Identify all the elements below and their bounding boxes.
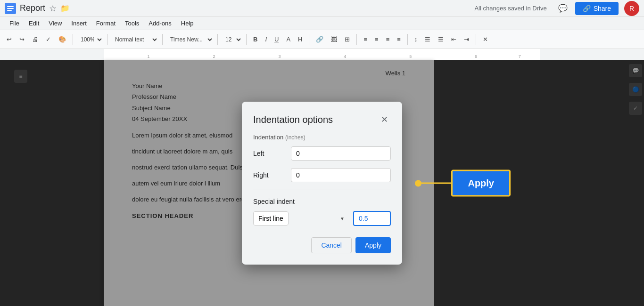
menu-view[interactable]: View [45,19,66,28]
modal-overlay: Indentation options ✕ Indentation (inche… [0,60,644,306]
indentation-modal: Indentation options ✕ Indentation (inche… [242,102,402,265]
main-area: ≡ Wells 1 Your Name Professor Name Subje… [0,60,644,306]
left-indent-input[interactable] [291,146,391,161]
ruler-mark-5: 5 [409,54,412,59]
align-justify-button[interactable]: ≡ [394,34,404,45]
google-docs-icon [5,3,16,14]
redo-button[interactable]: ↪ [17,34,27,45]
menu-tools[interactable]: Tools [121,19,143,28]
menu-addons[interactable]: Add-ons [145,19,175,28]
right-indent-row: Right [253,168,391,182]
align-left-button[interactable]: ≡ [361,34,370,45]
ruler-mark-6: 6 [475,54,477,59]
line-spacing-button[interactable]: ↕ [412,34,421,45]
paint-format-button[interactable]: 🎨 [56,34,69,45]
indent-decrease-button[interactable]: ⇤ [448,34,459,45]
drive-icon[interactable]: 📁 [60,4,70,13]
link-button[interactable]: 🔗 [313,34,326,45]
style-select[interactable]: Normal text [111,35,158,44]
ruler-mark-4: 4 [344,54,346,59]
separator-1 [73,34,73,45]
modal-close-button[interactable]: ✕ [378,113,391,126]
separator-4 [217,34,218,45]
document-title[interactable]: Report [20,3,45,13]
menu-help[interactable]: Help [177,19,198,28]
apply-callout-label: Apply [451,170,511,197]
bold-button[interactable]: B [250,34,260,45]
apply-button[interactable]: Apply [355,237,391,253]
left-indent-label: Left [253,150,291,157]
spellcheck-button[interactable]: ✓ [43,34,54,45]
menu-insert[interactable]: Insert [67,19,91,28]
indentation-section-label: Indentation (inches) [253,134,391,141]
right-indent-label: Right [253,171,291,179]
callout-line [418,183,451,184]
star-icon[interactable]: ☆ [49,3,57,14]
separator-7 [356,34,357,45]
italic-button[interactable]: I [262,34,270,45]
special-indent-label: Special indent [253,198,391,205]
menu-edit[interactable]: Edit [25,19,43,28]
list-button[interactable]: ☰ [422,34,433,45]
share-button[interactable]: 🔗 Share [575,2,619,15]
share-icon: 🔗 [583,5,591,12]
right-indent-input[interactable] [291,168,391,182]
underline-button[interactable]: U [272,34,281,45]
text-color-button[interactable]: A [283,34,293,45]
special-indent-select[interactable]: First line None Hanging [253,211,289,225]
menu-format[interactable]: Format [92,19,119,28]
ruler-mark-1: 1 [148,54,150,59]
table-button[interactable]: ⊞ [342,34,353,45]
apply-callout: Apply [418,145,511,222]
separator-3 [162,34,163,45]
separator-9 [476,34,476,45]
ruler-mark-7: 7 [519,54,521,59]
undo-button[interactable]: ↩ [4,34,15,45]
separator-5 [246,34,247,45]
special-indent-row: First line None Hanging [253,211,391,226]
align-center-button[interactable]: ≡ [372,34,381,45]
avatar[interactable]: R [624,1,639,16]
autosave-status: All changes saved in Drive [474,5,546,12]
ruler-mark-3: 3 [278,54,281,59]
separator-8 [407,34,408,45]
callout-dot [415,180,421,186]
modal-header: Indentation options ✕ [253,113,391,126]
ruler-mark-2: 2 [213,54,215,59]
modal-title: Indentation options [253,114,333,125]
chrome-bar: Report ☆ 📁 All changes saved in Drive 💬 … [0,0,644,17]
special-indent-value-input[interactable] [353,211,391,226]
indent-increase-button[interactable]: ⇥ [461,34,472,45]
menu-bar: File Edit View Insert Format Tools Add-o… [0,17,644,30]
image-button[interactable]: 🖼 [328,34,340,45]
print-button[interactable]: 🖨 [29,34,41,45]
top-right-actions: 💬 🔗 Share R [556,1,639,16]
modal-footer: Cancel Apply [253,237,391,253]
modal-container: Indentation options ✕ Indentation (inche… [242,102,402,265]
special-select-wrapper: First line None Hanging [253,211,349,225]
separator-2 [107,34,107,45]
left-indent-row: Left [253,146,391,161]
separator-6 [309,34,309,45]
modal-divider [253,190,391,190]
font-select[interactable]: Times New... [166,35,214,44]
ruler-inner: 1 2 3 4 5 6 7 [104,49,540,60]
comment-icon[interactable]: 💬 [556,2,570,15]
align-right-button[interactable]: ≡ [383,34,393,45]
ruler: 1 2 3 4 5 6 7 [0,49,644,60]
cancel-button[interactable]: Cancel [311,237,352,253]
ordered-list-button[interactable]: ☰ [435,34,446,45]
clear-format-button[interactable]: ✕ [480,34,491,45]
highlight-button[interactable]: H [295,34,305,45]
toolbar: ↩ ↪ 🖨 ✓ 🎨 100% Normal text Times New... … [0,30,644,49]
size-select[interactable]: 12 [222,35,242,44]
zoom-select[interactable]: 100% [77,35,103,44]
menu-file[interactable]: File [6,19,23,28]
